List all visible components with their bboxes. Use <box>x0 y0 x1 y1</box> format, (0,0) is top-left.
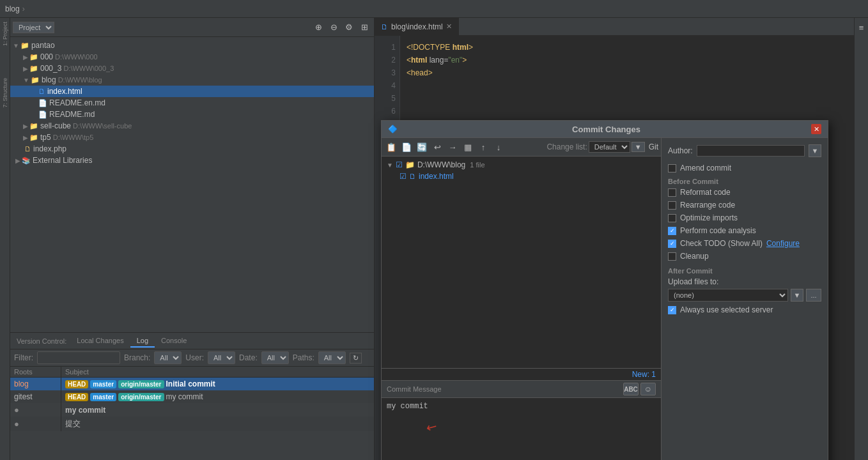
breadcrumb-sep: › <box>22 4 25 13</box>
code-line-5 <box>407 92 862 105</box>
breadcrumb-blog[interactable]: blog <box>5 4 20 13</box>
upload-browse-btn[interactable]: ... <box>806 289 821 302</box>
tab-log[interactable]: Log <box>130 335 155 348</box>
tree-root-pantao[interactable]: ▼ 📁 pantao <box>10 40 374 51</box>
date-label: Date: <box>239 353 258 362</box>
dialog-close-button[interactable]: ✕ <box>811 124 821 134</box>
collapse-icon[interactable]: ⊖ <box>327 20 341 34</box>
analysis-checkbox[interactable]: ✓ <box>668 227 676 235</box>
tree-folder-sell-cube[interactable]: ▶ 📁 sell-cube D:\WWW\sell-cube <box>10 120 374 132</box>
toolbar-refresh-btn[interactable]: 🔄 <box>415 140 429 154</box>
tree-folder-blog[interactable]: ▼ 📁 blog D:\WWW\blog <box>10 74 374 86</box>
todo-row: ✓ Check TODO (Show All) Configure <box>668 239 821 248</box>
tree-folder-tp5[interactable]: ▶ 📁 tp5 D:\WWW\tp5 <box>10 132 374 143</box>
changelist-label: Change list: <box>546 142 587 151</box>
right-sidebar-icon[interactable]: ≡ <box>855 20 869 34</box>
optimize-label: Optimize imports <box>680 213 738 222</box>
tree-folder-000_3[interactable]: ▶ 📁 000_3 D:\WWW\000_3 <box>10 63 374 74</box>
upload-dropdown-btn[interactable]: ▼ <box>791 289 803 302</box>
dialog-title: Commit Changes <box>572 125 640 134</box>
editor-tab-close[interactable]: ✕ <box>446 22 452 31</box>
server-checkbox[interactable]: ✓ <box>668 306 676 314</box>
reformat-checkbox[interactable] <box>668 188 676 197</box>
user-dropdown[interactable]: All <box>208 351 235 364</box>
tree-file-index-html[interactable]: 🗋 index.html <box>10 86 374 97</box>
filter-input[interactable] <box>37 351 120 364</box>
dialog-tree-folder-path: D:\WWW\blog <box>417 160 465 169</box>
server-label: Always use selected server <box>680 305 773 314</box>
log-row-1[interactable]: gitest HEAD master origin/master my comm… <box>10 390 374 403</box>
file-tree: ▼ 📁 pantao ▶ 📁 000 D:\WWW\000 ▶ 📁 000_3 … <box>10 37 374 332</box>
log-subject-0: Initial commit <box>166 379 215 388</box>
layout-icon[interactable]: ⊞ <box>357 20 371 34</box>
log-subject-1: my commit <box>166 392 203 401</box>
author-dropdown-btn[interactable]: ▼ <box>809 144 821 157</box>
commit-spell-btn[interactable]: ABC <box>623 383 639 395</box>
toolbar-new-btn[interactable]: 📄 <box>399 140 414 154</box>
commit-emoji-btn[interactable]: ☺ <box>640 383 656 395</box>
toolbar-copy-btn[interactable]: 📋 <box>384 140 398 154</box>
toolbar-undo-btn[interactable]: ↩ <box>430 140 444 154</box>
paths-dropdown[interactable]: All <box>318 351 346 364</box>
toolbar-sort-desc-btn[interactable]: ↓ <box>492 140 506 154</box>
toolbar-grid-btn[interactable]: ▦ <box>461 140 475 154</box>
paths-label: Paths: <box>293 353 314 362</box>
cleanup-checkbox[interactable] <box>668 252 676 261</box>
tree-folder-000[interactable]: ▶ 📁 000 D:\WWW\000 <box>10 51 374 63</box>
author-row: Author: ▼ <box>668 144 821 157</box>
amend-commit-label: Amend commit <box>680 164 731 172</box>
log-row-2[interactable]: ● my commit <box>10 403 374 417</box>
left-tab-structure[interactable]: 7: Structure <box>1 75 8 111</box>
amend-commit-checkbox[interactable] <box>668 164 676 172</box>
sync-icon[interactable]: ⊕ <box>311 20 325 34</box>
log-row-3[interactable]: ● 提交 <box>10 417 374 431</box>
tree-file-readme[interactable]: 📄 README.md <box>10 109 374 120</box>
sidebar-toolbar: Project ⊕ ⊖ ⚙ ⊞ <box>10 18 374 37</box>
dialog-tree-folder[interactable]: ▼ ☑ 📁 D:\WWW\blog 1 file <box>382 159 661 171</box>
editor-tab-icon: 🗋 <box>381 23 388 31</box>
badge-head-0: HEAD <box>65 380 88 388</box>
badge-head-1: HEAD <box>65 393 88 401</box>
dialog-right-panel: Author: ▼ Amend commit Before Commit <box>662 138 828 460</box>
tree-file-readme-en[interactable]: 📄 README.en.md <box>10 97 374 109</box>
project-dropdown[interactable]: Project <box>13 22 54 33</box>
rearrange-checkbox[interactable] <box>668 201 676 210</box>
tree-external-libraries[interactable]: ▶ 📚 External Libraries <box>10 155 374 166</box>
optimize-checkbox[interactable] <box>668 214 676 222</box>
editor-tab-index-html[interactable]: 🗋 blog\index.html ✕ <box>375 18 459 35</box>
toolbar-redo-btn[interactable]: → <box>446 140 460 154</box>
changelist-dropdown[interactable]: Default <box>589 141 630 153</box>
tab-local-changes[interactable]: Local Changes <box>70 335 130 348</box>
branch-label: Branch: <box>124 353 150 362</box>
branch-dropdown[interactable]: All <box>154 351 182 364</box>
gear-icon[interactable]: ⚙ <box>342 20 356 34</box>
left-tab-project[interactable]: 1: Project <box>1 19 8 49</box>
dialog-icon: 🔷 <box>388 125 398 134</box>
log-subject-3: 提交 <box>65 418 81 429</box>
upload-select[interactable]: (none) <box>668 289 788 302</box>
changelist-expand-btn[interactable]: ▼ <box>632 142 645 152</box>
tab-console[interactable]: Console <box>155 335 193 348</box>
log-col-subject: Subject <box>61 367 374 377</box>
toolbar-sort-asc-btn[interactable]: ↑ <box>476 140 490 154</box>
filter-refresh-btn[interactable]: ↻ <box>350 353 362 364</box>
configure-link[interactable]: Configure <box>766 239 800 248</box>
dialog-file-toolbar: 📋 📄 🔄 ↩ → ▦ ↑ ↓ Change list: Default <box>382 138 661 157</box>
commit-message-area: Commit Message ABC ☺ my commit ↙ <box>382 380 661 460</box>
date-dropdown[interactable]: All <box>261 351 289 364</box>
code-line-6 <box>407 105 862 118</box>
code-line-4 <box>407 79 862 92</box>
tree-folder-000-path: D:\WWW\000 <box>53 53 98 61</box>
commit-msg-tools: ABC ☺ <box>623 383 656 395</box>
tree-file-index-php[interactable]: 🗋 index.php <box>10 143 374 155</box>
tree-folder-000-name: 000 <box>40 52 53 61</box>
log-cell-root-2: ● <box>10 403 61 417</box>
dialog-file-tree: ▼ ☑ 📁 D:\WWW\blog 1 file ☑ 🗋 index.html <box>382 157 661 368</box>
dialog-left-panel: 📋 📄 🔄 ↩ → ▦ ↑ ↓ Change list: Default <box>382 138 662 460</box>
dialog-tree-file[interactable]: ☑ 🗋 index.html <box>382 171 661 182</box>
author-input[interactable] <box>697 145 805 157</box>
main-layout: 1: Project 7: Structure Project ⊕ ⊖ ⚙ ⊞ … <box>0 18 868 460</box>
todo-checkbox[interactable]: ✓ <box>668 240 676 248</box>
log-cell-subject-2: my commit <box>61 403 374 417</box>
log-row-0[interactable]: blog HEAD master origin/master Initial c… <box>10 378 374 390</box>
